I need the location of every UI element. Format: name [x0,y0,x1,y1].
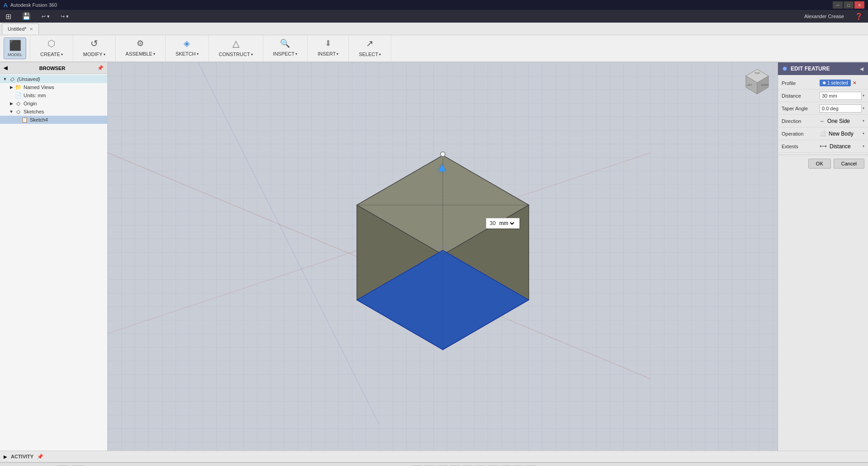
inspect-dropdown[interactable]: INSPECT ▾ [270,49,300,58]
folder-icon: ◇ [8,76,15,82]
browser-content: ▼ ◇ (Unsaved) ▶ 📁 Named Views 📄 Units: m… [0,74,107,451]
tree-item-named-views[interactable]: ▶ 📁 Named Views [0,83,107,91]
distance-unit-select[interactable]: mm cm in [498,220,516,227]
extents-dropdown-arrow[interactable]: ▾ [863,144,864,148]
window-controls[interactable]: ─ □ ✕ [833,1,864,9]
tab-close-icon[interactable]: ✕ [29,27,33,32]
activity-title: ACTIVITY [11,454,33,459]
help-icon[interactable]: ❓ [853,12,864,21]
tab-label: Untitled* [8,26,27,32]
activity-bar: ▶ ACTIVITY 📌 [0,451,868,462]
browser-pin-icon[interactable]: 📌 [97,65,104,71]
select-dropdown[interactable]: SELECT ▾ [356,50,384,59]
activity-pin-icon[interactable]: 📌 [37,454,43,460]
minimize-button[interactable]: ─ [833,1,843,9]
operation-dropdown-arrow[interactable]: ▾ [863,132,864,136]
model-button[interactable]: ⬛ MODEL [4,38,26,59]
ribbon-model-section: ⬛ MODEL [0,35,30,61]
cube-3d [352,146,533,358]
distance-tooltip[interactable]: 30 mm cm in [486,218,520,229]
construct-dropdown[interactable]: CONSTRUCT ▾ [216,50,256,59]
menu-spacer [78,15,795,17]
inspect-label: INSPECT [273,51,295,56]
file-icon: 📄 [14,92,22,99]
viewport[interactable]: ▲ 30 mm cm in 30.00 TOP LEFT [108,62,778,451]
sketch-file-icon: 📋 [21,117,28,123]
profile-badge-clear[interactable]: ✕ [853,80,856,85]
direction-value-container[interactable]: ↔ One Side ▾ [820,118,864,124]
tree-label-origin: Origin [24,101,37,106]
create-button[interactable]: ⬡ CREATE ▾ [34,36,69,61]
menu-redo-btn[interactable]: ↪ ▾ [59,13,71,20]
construct-icon: △ [232,38,239,49]
sketch-arrow-icon: ▾ [197,52,199,56]
profile-badge-text: 1 selected [827,80,848,85]
tree-label-units: Units: mm [24,93,46,98]
operation-value-container[interactable]: ⬜ New Body ▾ [820,131,864,137]
insert-button[interactable]: ⬇ INSERT ▾ [311,37,345,60]
tree-item-sketch4[interactable]: 📋 Sketch4 [0,116,107,124]
operation-icon: ⬜ [820,131,826,137]
bottom-toolbar: ⏮ ◀ ▶▶ ▶ ⏭ ▦ 📄 ↔ ▾ 📷 ✋ ⊡ 🔍 ⬜ ▾ ▦ ▾ [0,462,868,466]
taper-angle-input[interactable] [820,104,862,113]
tree-item-origin[interactable]: ▶ ◇ Origin [0,99,107,108]
direction-row: Direction ↔ One Side ▾ [778,115,868,127]
ok-button[interactable]: OK [808,159,831,169]
top-handle-dot[interactable] [440,151,446,157]
maximize-button[interactable]: □ [844,1,854,9]
inspect-icon: 🔍 [280,38,290,48]
tree-item-units[interactable]: 📄 Units: mm [0,91,107,99]
edit-panel-content: Profile ✱ 1 selected ✕ Distance ▾ [778,75,868,451]
viewcube[interactable]: TOP LEFT FRONT [741,67,773,99]
assemble-button[interactable]: ⚙ ASSEMBLE ▾ [119,37,161,60]
ribbon-create-section: ⬡ CREATE ▾ [30,35,73,61]
ribbon-sketch-section: ◈ SKETCH ▾ [166,35,209,61]
browser-header: ◀ BROWSER 📌 [0,62,107,74]
menubar: ⊞ 💾 ↩ ▾ ↪ ▾ Alexander Crease ❓ [0,10,868,23]
browser-expand-icon[interactable]: ◀ [4,65,7,71]
sketch-dropdown[interactable]: SKETCH ▾ [173,49,201,58]
model-icon: ⬛ [9,40,21,52]
menu-item-save-icon[interactable]: 💾 [20,11,33,21]
modify-label: MODIFY [83,52,103,57]
panel-status-dot [783,66,787,71]
panel-collapse-button[interactable]: ◀ [860,66,863,71]
distance-input[interactable] [820,92,862,100]
extents-value-container[interactable]: ⟷ Distance ▾ [820,143,864,150]
activity-expand-icon[interactable]: ▶ [4,454,7,459]
cancel-button[interactable]: Cancel [834,159,864,169]
select-label: SELECT [359,52,378,57]
construct-button[interactable]: △ CONSTRUCT ▾ [213,36,259,61]
extents-label: Extents [782,144,818,149]
modify-button[interactable]: ↺ MODIFY ▾ [77,36,112,61]
menu-undo-btn[interactable]: ↩ ▾ [40,13,52,20]
active-tab[interactable]: Untitled* ✕ [2,24,39,34]
select-button[interactable]: ↗ SELECT ▾ [352,36,387,61]
direction-dropdown-arrow[interactable]: ▾ [863,119,864,123]
ribbon-assemble-section: ⚙ ASSEMBLE ▾ [116,35,166,61]
insert-dropdown[interactable]: INSERT ▾ [315,49,341,58]
close-button[interactable]: ✕ [854,1,864,9]
modify-dropdown[interactable]: MODIFY ▾ [81,50,108,59]
distance-row: Distance ▾ [778,89,868,102]
create-dropdown[interactable]: CREATE ▾ [38,50,66,59]
profile-value: ✱ 1 selected ✕ [820,80,864,86]
taper-dropdown-arrow[interactable]: ▾ [863,106,864,110]
expand-icon: ▼ [8,109,14,114]
inspect-button[interactable]: 🔍 INSPECT ▾ [267,37,304,60]
distance-dropdown-arrow[interactable]: ▾ [863,94,864,98]
tree-item-sketches[interactable]: ▼ ◇ Sketches [0,108,107,116]
insert-label: INSERT [318,51,336,56]
profile-badge-icon: ✱ [822,80,826,85]
select-icon: ↗ [366,38,374,49]
assemble-dropdown[interactable]: ASSEMBLE ▾ [123,49,158,58]
tree-item-unsaved[interactable]: ▼ ◇ (Unsaved) [0,75,107,83]
edit-feature-panel: EDIT FEATURE ◀ Profile ✱ 1 selected ✕ Di… [778,62,868,451]
app-logo-icon: A [4,2,8,9]
construct-arrow-icon: ▾ [251,52,253,56]
sketch-button[interactable]: ◈ SKETCH ▾ [169,37,205,60]
profile-badge: ✱ 1 selected [820,80,851,86]
titlebar-left: A Autodesk Fusion 360 [4,2,57,9]
modify-arrow-icon: ▾ [104,52,105,56]
ribbon-inspect-section: 🔍 INSPECT ▾ [263,35,308,61]
